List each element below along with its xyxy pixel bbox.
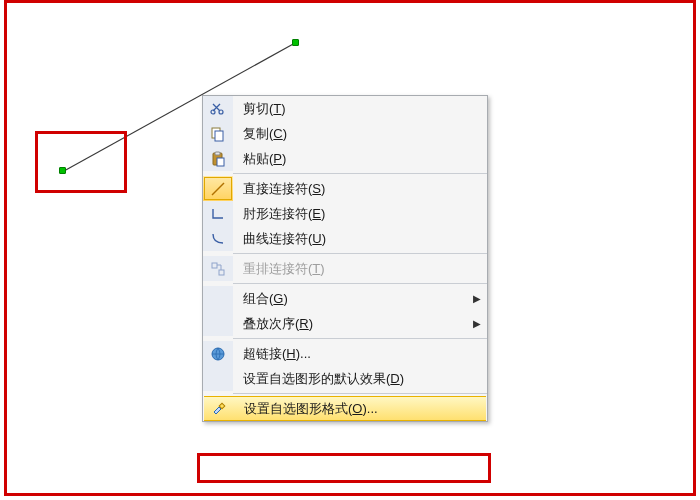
menu-label: 曲线连接符(U) [233,230,487,248]
blank-icon [203,366,233,391]
curve-icon [203,226,233,251]
copy-icon [203,121,233,146]
annotation-rect-menu-item [197,453,491,483]
svg-rect-9 [212,263,217,268]
menu-label: 设置自选图形格式(O)... [234,400,486,418]
menu-item-default-effects[interactable]: 设置自选图形的默认效果(D) [203,366,487,391]
drawing-canvas[interactable]: 剪切(T) 复制(C) 粘贴(P) 直接连接符(S) 肘形连接符(E [7,3,693,493]
reroute-icon [203,256,233,281]
svg-rect-6 [215,152,220,155]
paste-icon [203,146,233,171]
menu-label: 叠放次序(R) [233,315,467,333]
menu-item-order[interactable]: 叠放次序(R) ▶ [203,311,487,336]
menu-item-hyperlink[interactable]: 超链接(H)... [203,341,487,366]
menu-label: 组合(G) [233,290,467,308]
menu-item-group[interactable]: 组合(G) ▶ [203,286,487,311]
menu-item-copy[interactable]: 复制(C) [203,121,487,146]
menu-label: 直接连接符(S) [233,180,487,198]
line-icon [203,176,233,201]
menu-separator [233,393,487,394]
svg-point-2 [219,110,223,114]
line-endpoint-handle[interactable] [59,167,66,174]
annotation-rect-endpoint [35,131,127,193]
menu-label: 肘形连接符(E) [233,205,487,223]
line-endpoint-handle[interactable] [292,39,299,46]
svg-rect-10 [219,270,224,275]
menu-label: 超链接(H)... [233,345,487,363]
svg-point-1 [211,110,215,114]
menu-item-cut[interactable]: 剪切(T) [203,96,487,121]
blank-icon [203,286,233,311]
menu-item-reroute-connector: 重排连接符(T) [203,256,487,281]
menu-label: 复制(C) [233,125,487,143]
svg-line-8 [212,183,224,195]
scissors-icon [203,96,233,121]
menu-label: 粘贴(P) [233,150,487,168]
submenu-arrow-icon: ▶ [467,293,487,304]
menu-separator [233,253,487,254]
menu-label: 剪切(T) [233,100,487,118]
menu-item-elbow-connector[interactable]: 肘形连接符(E) [203,201,487,226]
globe-icon [203,341,233,366]
menu-separator [233,283,487,284]
menu-label: 设置自选图形的默认效果(D) [233,370,487,388]
menu-separator [233,173,487,174]
menu-separator [233,338,487,339]
svg-rect-4 [215,131,223,141]
format-icon [204,397,234,420]
menu-item-format-shape[interactable]: 设置自选图形格式(O)... [204,396,486,421]
menu-label: 重排连接符(T) [233,260,487,278]
menu-item-paste[interactable]: 粘贴(P) [203,146,487,171]
svg-rect-7 [217,158,224,166]
menu-item-curve-connector[interactable]: 曲线连接符(U) [203,226,487,251]
menu-item-straight-connector[interactable]: 直接连接符(S) [203,176,487,201]
submenu-arrow-icon: ▶ [467,318,487,329]
elbow-icon [203,201,233,226]
context-menu: 剪切(T) 复制(C) 粘贴(P) 直接连接符(S) 肘形连接符(E [202,95,488,422]
blank-icon [203,311,233,336]
